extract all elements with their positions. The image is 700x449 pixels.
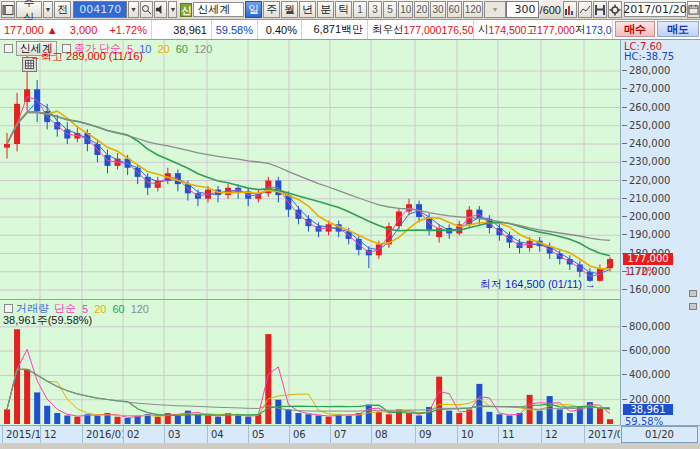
- speaker-icon[interactable]: [154, 1, 167, 18]
- price-axis-label: 250,000: [622, 120, 670, 131]
- pane-splitter-up-icon[interactable]: [689, 290, 697, 297]
- high-price: 177,000: [537, 24, 575, 36]
- period-button-일[interactable]: 일: [245, 1, 262, 18]
- x-axis-label: 05: [248, 426, 289, 443]
- period-button-년[interactable]: 년: [299, 1, 316, 18]
- price-axis-label: 200,000: [622, 211, 670, 222]
- y-axis[interactable]: LC:7.60 HC:-38.75 280,000270,000260,0002…: [620, 40, 700, 425]
- x-axis-label: 11: [498, 426, 541, 443]
- window-panel-icon[interactable]: [1, 1, 15, 18]
- period-button-틱[interactable]: 틱: [335, 1, 352, 18]
- last-date-box: 01/20: [621, 426, 698, 443]
- bar-count-input[interactable]: [506, 1, 539, 18]
- window-icon: [2, 4, 14, 16]
- volume-current-text: 38,961주(59.58%): [3, 313, 92, 328]
- x-axis[interactable]: 01/20 2015/11122016/01020304050607080910…: [0, 425, 700, 443]
- price-axis-label: 230,000: [622, 156, 670, 167]
- quote-strip: 177,000 ▲ 3,000 +1.72% 38,961 59.58% 0.4…: [0, 20, 700, 40]
- open-price: 174,500: [489, 24, 527, 36]
- speaker-dropdown-icon[interactable]: ▼: [168, 1, 177, 18]
- search-icon[interactable]: [140, 1, 153, 18]
- low-annotation: 최저 164,500 (01/11) →: [410, 277, 596, 292]
- ma-period-120: 120: [194, 43, 212, 55]
- bars-glyph: [564, 4, 576, 16]
- speaker-glyph: [155, 4, 166, 15]
- x-axis-label: 2015/11: [2, 426, 40, 443]
- open-label: 시: [478, 23, 489, 37]
- save-icon[interactable]: [593, 1, 607, 18]
- x-axis-label: 09: [415, 426, 457, 443]
- price-change: 3,000: [70, 24, 98, 36]
- low-price: 173,000: [585, 24, 613, 36]
- period-button-주[interactable]: 주: [263, 1, 280, 18]
- x-axis-label: 07: [330, 426, 371, 443]
- x-axis-label: 12: [40, 426, 82, 443]
- x-axis-label: 03: [164, 426, 207, 443]
- x-axis-label: 10: [457, 426, 498, 443]
- x-axis-label: 04: [207, 426, 248, 443]
- volume-cell: 38,961: [152, 20, 212, 39]
- period-button-분[interactable]: 분: [317, 1, 334, 18]
- bottom-strip: [0, 443, 700, 449]
- pane-splitter-down-icon[interactable]: [689, 303, 697, 310]
- line-glyph: [579, 4, 591, 16]
- current-price-pct: 1.72%: [625, 266, 657, 277]
- market-select[interactable]: 주식: [16, 1, 42, 18]
- ma-period-60: 60: [176, 43, 188, 55]
- volume-axis-label: 400,000: [622, 369, 670, 380]
- gear-icon[interactable]: [608, 1, 622, 18]
- volume-axis-label: 800,000: [622, 321, 670, 332]
- candlestick-volume-chart[interactable]: [0, 40, 620, 425]
- hc-value: HC:-38.75: [624, 51, 674, 62]
- ma-period-60: 60: [112, 303, 124, 315]
- volume-ratio-cell: 59.58%: [212, 20, 258, 39]
- line-chart-icon[interactable]: [578, 1, 592, 18]
- legend-checkbox-icon[interactable]: [4, 44, 13, 53]
- high-label: 고: [526, 23, 537, 37]
- best-ask: 177,000: [404, 24, 442, 36]
- volume-legend-checkbox-icon[interactable]: [4, 304, 13, 313]
- buy-button[interactable]: 매수: [615, 21, 655, 37]
- up-arrow-icon: ▲: [47, 24, 58, 36]
- interval-button-3[interactable]: 3: [368, 1, 382, 18]
- price-cell: 177,000 ▲ 3,000 +1.72%: [0, 20, 152, 39]
- turnover-cell: 0.40%: [258, 20, 302, 39]
- stock-name: 신세계: [193, 2, 244, 17]
- interval-button-120[interactable]: 120: [463, 1, 484, 18]
- price-axis-label: 240,000: [622, 138, 670, 149]
- ohl-cell: 시174,500 고177,000 저173,000: [474, 20, 613, 39]
- best-bid: 176,500: [441, 24, 474, 36]
- period-button-월[interactable]: 월: [281, 1, 298, 18]
- interval-button-60[interactable]: 60: [447, 1, 462, 18]
- interval-button-5[interactable]: 5: [383, 1, 397, 18]
- market-dropdown-icon[interactable]: ▼: [43, 1, 53, 18]
- calendar-glyph: [688, 4, 699, 15]
- date-field[interactable]: 2017/01/20: [624, 2, 686, 17]
- compare-chart-icon[interactable]: [563, 1, 577, 18]
- price-axis-label: 210,000: [622, 193, 670, 204]
- price-axis-label: 220,000: [622, 175, 670, 186]
- volume-axis-label: 600,000: [622, 345, 670, 356]
- current-volume-badge: 38,961: [623, 404, 673, 415]
- code-dropdown-icon[interactable]: ▼: [128, 1, 138, 18]
- toolbar: 주식 ▼ 전 ▼ ▼ 신 신세계 일주월년분틱 13510203060120 ▼…: [0, 0, 700, 20]
- extra-interval-select[interactable]: ▼: [484, 1, 505, 18]
- sell-button[interactable]: 매도: [657, 21, 699, 37]
- bar-count-max: /600: [540, 4, 561, 16]
- best-label: 최우선: [372, 23, 404, 37]
- period-buttons: 일주월년분틱: [244, 1, 352, 18]
- market-type-badge: 신: [180, 3, 192, 17]
- code-input[interactable]: [73, 1, 127, 18]
- x-axis-label: 12: [541, 426, 584, 443]
- interval-button-20[interactable]: 20: [414, 1, 429, 18]
- price-axis-label: 270,000: [622, 83, 670, 94]
- price-axis-label: 280,000: [622, 65, 670, 76]
- interval-button-10[interactable]: 10: [398, 1, 413, 18]
- interval-button-1[interactable]: 1: [353, 1, 367, 18]
- interval-buttons: 13510203060120: [352, 1, 483, 18]
- interval-button-30[interactable]: 30: [430, 1, 445, 18]
- price-axis-label: 260,000: [622, 102, 670, 113]
- jeon-button[interactable]: 전: [54, 1, 71, 18]
- ma-period-20: 20: [94, 303, 106, 315]
- calendar-icon[interactable]: [687, 1, 700, 18]
